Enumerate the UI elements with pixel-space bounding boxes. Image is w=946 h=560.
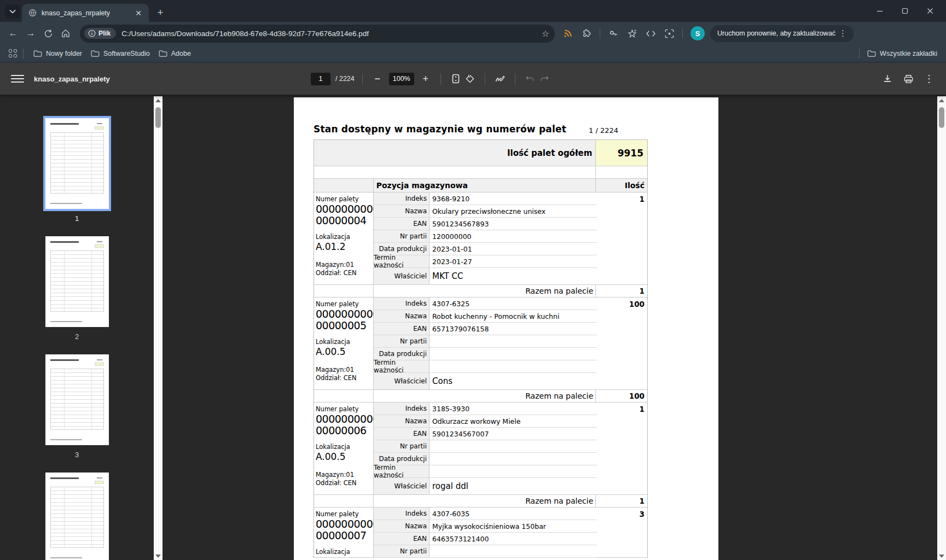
pallet-number-label: Numer palety	[316, 300, 371, 308]
scrollbar-thumb[interactable]	[939, 107, 944, 128]
tab-close-icon[interactable]: ✕	[134, 8, 143, 18]
scroll-down-arrow[interactable]	[937, 552, 946, 560]
bookmark-label: SoftwareStudio	[103, 50, 150, 57]
fit-page-button[interactable]	[449, 72, 463, 86]
update-button-label: Uruchom ponownie, aby zaktualizować	[717, 30, 835, 37]
field-label: Nr partii	[374, 440, 430, 453]
pdf-menu-button[interactable]	[11, 75, 24, 83]
extensions-button[interactable]	[578, 25, 595, 42]
pen-squiggle-icon	[495, 74, 506, 84]
thumbnail-decoration	[95, 363, 104, 366]
zoom-level-input[interactable]: 100%	[389, 73, 414, 85]
chevron-down-icon	[9, 9, 16, 14]
field-label: Termin ważności	[374, 255, 430, 268]
redo-button[interactable]	[537, 72, 552, 86]
divider	[440, 73, 441, 85]
redo-icon	[539, 74, 549, 83]
print-button[interactable]	[901, 72, 915, 86]
page-number-input[interactable]: 1	[311, 73, 330, 85]
home-button[interactable]	[57, 25, 74, 42]
rotate-button[interactable]	[463, 72, 477, 86]
total-on-pallet-value: 100	[596, 390, 647, 402]
tab-title: knaso_zapas_nrpalety	[42, 9, 134, 17]
total-on-pallet-label: Razem na palecie	[374, 495, 596, 508]
sparkle-star-icon	[627, 28, 637, 39]
download-button[interactable]	[880, 72, 895, 86]
browser-tab[interactable]: knaso_zapas_nrpalety ✕	[22, 4, 149, 22]
total-on-pallet-row: Razem na palecie100	[314, 390, 647, 402]
scroll-up-arrow[interactable]	[937, 96, 946, 104]
field-value: Okulary przeciwsłoneczne unisex	[430, 205, 597, 218]
field-label: Nr partii	[374, 335, 430, 348]
quantity-value: 1	[597, 192, 647, 285]
pallet-info-cell: Numer palety000000000000000007Lokalizacj…	[314, 508, 374, 558]
field-row: Nr partii120000000	[374, 230, 597, 243]
all-bookmarks-button[interactable]: Wszystkie zakładki	[863, 48, 942, 60]
rss-icon	[563, 28, 573, 38]
new-tab-button[interactable]: +	[153, 5, 167, 20]
bookmark-item-adobe[interactable]: Adobe	[154, 48, 195, 60]
bookmark-star-icon[interactable]: ☆	[542, 28, 549, 39]
sparkle-star-button[interactable]	[623, 25, 641, 42]
field-value: 3185-3930	[430, 402, 597, 415]
quantity-value: 3	[597, 508, 647, 558]
rss-button[interactable]	[559, 25, 577, 42]
back-button[interactable]: ←	[4, 25, 22, 42]
window-close-button[interactable]	[918, 1, 943, 21]
window-minimize-button[interactable]	[867, 1, 892, 21]
field-value: 5901234567893	[430, 218, 597, 230]
screenshot-button[interactable]	[660, 25, 678, 42]
pallet-info-cell: Numer palety000000000000000006Lokalizacj…	[314, 402, 374, 495]
report-table: Ilość palet ogółem 9915 Pozycja magazyno…	[314, 139, 648, 558]
zoom-in-button[interactable]: +	[419, 72, 433, 86]
page-thumbnail[interactable]	[45, 472, 109, 560]
pallet-block: Numer palety000000000000000005Lokalizacj…	[314, 298, 647, 390]
zoom-out-button[interactable]: −	[370, 72, 385, 86]
sidebar-scrollbar[interactable]	[154, 96, 162, 560]
undo-button[interactable]	[523, 72, 537, 86]
page-thumbnail-image[interactable]	[45, 472, 109, 560]
page-thumbnail[interactable]: 2	[45, 236, 109, 341]
bookmark-item-softwarestudio[interactable]: SoftwareStudio	[86, 48, 154, 60]
devtools-button[interactable]	[642, 25, 659, 42]
scroll-down-arrow[interactable]	[154, 552, 162, 560]
bookmark-item-nowy-folder[interactable]: Nowy folder	[29, 48, 86, 60]
update-chrome-button[interactable]: Uruchom ponownie, aby zaktualizować ⋮	[710, 25, 854, 42]
pdf-more-options-kebab-icon[interactable]: ⋮	[922, 72, 936, 86]
page-thumbnail[interactable]: 3	[45, 354, 109, 459]
thumbnail-decoration	[97, 123, 102, 124]
passwords-button[interactable]	[605, 25, 622, 42]
reload-button[interactable]	[39, 25, 57, 42]
field-row: Indeks4307-6325	[374, 298, 597, 310]
page-thumbnail-image[interactable]	[45, 118, 109, 209]
page-thumbnail-image[interactable]	[45, 354, 109, 445]
forward-button[interactable]: →	[22, 25, 39, 42]
field-value	[430, 545, 597, 558]
document-scrollbar[interactable]	[937, 96, 946, 560]
field-row: Termin ważności2023-01-27	[374, 255, 597, 268]
code-icon	[646, 28, 656, 39]
scrollbar-thumb[interactable]	[155, 107, 161, 128]
spacer-cell	[596, 166, 647, 179]
scroll-up-arrow[interactable]	[154, 96, 162, 104]
page-thumbnail-label: 1	[75, 214, 79, 223]
page-thumbnail[interactable]: 1	[45, 118, 109, 223]
tab-search-button[interactable]	[5, 4, 20, 19]
folder-icon	[867, 50, 876, 57]
window-maximize-button[interactable]	[892, 1, 918, 21]
field-value: 6463573121400	[430, 533, 597, 545]
site-info-chip[interactable]: Plik	[84, 28, 116, 39]
division-label: Oddział: CEN	[316, 269, 371, 277]
field-row: Nr partii	[374, 545, 597, 558]
browser-menu-kebab-icon[interactable]: ⋮	[835, 28, 850, 38]
divider	[485, 73, 485, 85]
apps-grid-icon[interactable]	[9, 49, 18, 58]
quantity-value: 1	[597, 402, 647, 495]
thumbnail-decoration	[50, 123, 79, 125]
page-thumbnail-image[interactable]	[45, 236, 109, 327]
address-bar[interactable]: Plik C:/Users/adams/Downloads/71eb908d-6…	[80, 25, 555, 43]
pdf-content-area: 123 Stan dostępny w magazynie wg numerów…	[0, 95, 946, 560]
profile-avatar[interactable]: S	[690, 26, 705, 40]
annotate-button[interactable]	[493, 72, 507, 86]
location-value: A.00.5	[316, 451, 371, 462]
